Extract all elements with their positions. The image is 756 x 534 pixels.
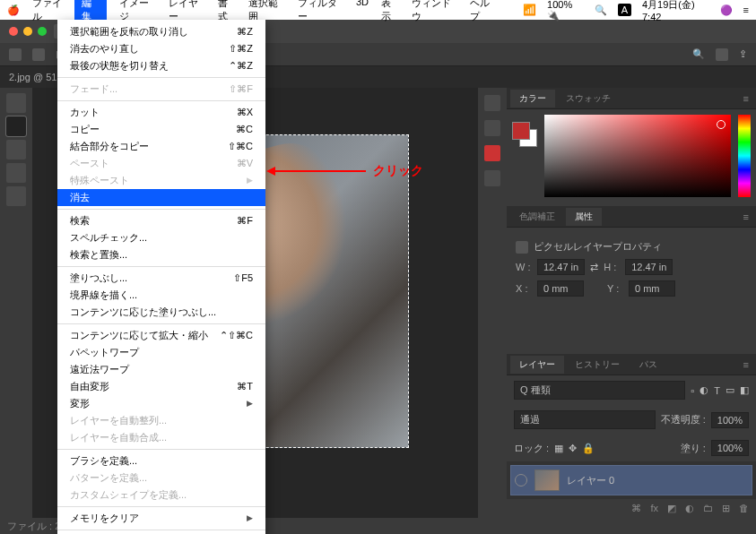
filter-adjust-icon[interactable]: ◐	[700, 384, 708, 396]
menu-item[interactable]: 塗りつぶし...⇧F5	[57, 270, 265, 287]
spotlight-icon[interactable]: 🔍	[595, 4, 607, 16]
color-field[interactable]	[544, 115, 731, 197]
apple-icon[interactable]: 🍎	[7, 4, 20, 16]
tab-swatches[interactable]: スウォッチ	[557, 90, 620, 108]
ime-indicator[interactable]: A	[618, 4, 631, 16]
lasso-tool[interactable]	[6, 116, 26, 136]
menu-item[interactable]: コピー⌘C	[57, 121, 265, 138]
fg-bg-swatch[interactable]	[512, 122, 537, 147]
menu-item[interactable]: 遠近法ワープ	[57, 361, 265, 378]
tool-preset-icon[interactable]	[9, 48, 22, 61]
menu-item[interactable]: 検索⌘F	[57, 212, 265, 229]
tool-4[interactable]	[6, 163, 26, 183]
lock-all-icon[interactable]: 🔒	[582, 443, 595, 454]
share-icon[interactable]: ⇪	[739, 48, 747, 60]
tab-adjustments[interactable]: 色調補正	[510, 208, 564, 226]
opacity-field[interactable]: 100%	[711, 412, 749, 428]
zoom-window-button[interactable]	[38, 27, 47, 36]
wifi-icon[interactable]: 📶	[523, 4, 536, 16]
minimize-window-button[interactable]	[23, 27, 32, 36]
link-wh-icon[interactable]: ⇄	[590, 262, 598, 273]
move-tool[interactable]	[6, 93, 26, 113]
menu-3d[interactable]: 3D	[356, 0, 369, 23]
menu-item[interactable]: 検索と置換...	[57, 246, 265, 263]
menu-item[interactable]: カット⌘X	[57, 104, 265, 121]
notification-center-icon[interactable]: ≡	[743, 4, 749, 15]
tab-layers[interactable]: レイヤー	[510, 356, 564, 374]
menu-フィルター[interactable]: フィルター	[298, 0, 343, 23]
layer-name[interactable]: レイヤー 0	[567, 474, 614, 487]
h-field[interactable]: 12.47 in	[625, 259, 673, 275]
menu-item[interactable]: 最後の状態を切り替え⌃⌘Z	[57, 57, 265, 74]
menu-item[interactable]: 自由変形⌘T	[57, 378, 265, 395]
w-field[interactable]: 12.47 in	[537, 259, 585, 275]
layer-row[interactable]: レイヤー 0	[510, 465, 752, 495]
styles-panel-icon[interactable]	[484, 170, 500, 186]
edit-menu-dropdown[interactable]: 選択範囲を反転の取り消し⌘Z消去のやり直し⇧⌘Z最後の状態を切り替え⌃⌘Zフェー…	[57, 20, 265, 534]
group-icon[interactable]: 🗀	[703, 503, 713, 514]
panel-menu-icon[interactable]: ≡	[736, 211, 756, 222]
tab-properties[interactable]: 属性	[566, 208, 602, 226]
battery-status[interactable]: 100% 🔌	[547, 0, 584, 22]
menu-item[interactable]: 結合部分をコピー⇧⌘C	[57, 138, 265, 155]
filter-type-icon[interactable]: T	[714, 385, 720, 396]
collapsed-panel-strip[interactable]	[478, 88, 507, 518]
tool-5[interactable]	[6, 186, 26, 206]
menu-item[interactable]: ブラシを定義...	[57, 452, 265, 469]
menu-item[interactable]: コンテンツに応じて拡大・縮小⌃⇧⌘C	[57, 327, 265, 344]
crop-tool[interactable]	[6, 140, 26, 159]
menu-item[interactable]: 変形	[57, 395, 265, 412]
y-field[interactable]: 0 mm	[629, 280, 675, 297]
workspace-icon[interactable]	[716, 48, 728, 61]
layer-list[interactable]: レイヤー 0	[507, 461, 756, 499]
fx-icon[interactable]: fx	[650, 503, 658, 514]
mac-menu-bar[interactable]: 🍎 ファイル編集イメージレイヤー書式選択範囲フィルター3D表示ウィンドウヘルプ …	[0, 0, 756, 20]
traffic-lights[interactable]	[9, 27, 47, 36]
panel-menu-icon[interactable]: ≡	[736, 93, 756, 104]
close-window-button[interactable]	[9, 27, 18, 36]
delete-layer-icon[interactable]: 🗑	[739, 503, 749, 514]
properties-panel-tabs[interactable]: 色調補正 属性 ≡	[507, 206, 756, 228]
lock-position-icon[interactable]: ✥	[569, 443, 577, 454]
mask-icon[interactable]: ◩	[667, 503, 676, 514]
color-panel[interactable]	[507, 109, 756, 206]
swatch-panel-icon[interactable]	[484, 145, 500, 161]
menu-表示[interactable]: 表示	[381, 0, 399, 23]
new-layer-icon[interactable]: ⊞	[722, 503, 730, 514]
filter-image-icon[interactable]: ▫	[691, 385, 694, 396]
link-layers-icon[interactable]: ⌘	[631, 503, 641, 514]
lock-pixels-icon[interactable]: ▦	[554, 443, 563, 454]
tab-history[interactable]: ヒストリー	[566, 356, 629, 374]
visibility-toggle-icon[interactable]	[515, 474, 527, 487]
filter-shape-icon[interactable]: ▭	[726, 384, 734, 396]
fg-color-swatch[interactable]	[512, 122, 530, 140]
blend-mode-select[interactable]: 通過	[514, 410, 656, 429]
menu-item[interactable]: パペットワープ	[57, 344, 265, 361]
clone-panel-icon[interactable]	[484, 120, 500, 136]
layers-panel-tabs[interactable]: レイヤー ヒストリー パス ≡	[507, 354, 756, 375]
hue-slider[interactable]	[738, 115, 751, 197]
menu-item[interactable]: 消去	[57, 189, 265, 206]
x-field[interactable]: 0 mm	[537, 280, 584, 297]
siri-icon[interactable]: 🟣	[720, 4, 733, 16]
color-panel-tabs[interactable]: カラー スウォッチ ≡	[507, 88, 756, 109]
tab-color[interactable]: カラー	[510, 90, 555, 108]
menu-item[interactable]: メモリをクリア	[57, 510, 265, 527]
brush-panel-icon[interactable]	[484, 95, 500, 111]
tab-paths[interactable]: パス	[630, 356, 666, 374]
fill-field[interactable]: 100%	[711, 440, 749, 456]
filter-smart-icon[interactable]: ◧	[740, 384, 749, 396]
menu-item[interactable]: スペルチェック...	[57, 229, 265, 246]
menu-item[interactable]: 選択範囲を反転の取り消し⌘Z	[57, 23, 265, 40]
layer-thumbnail[interactable]	[534, 469, 560, 491]
layer-filter-select[interactable]: Q 種類	[514, 381, 685, 400]
tool-palette[interactable]	[0, 88, 32, 518]
menu-ウィンドウ[interactable]: ウィンドウ	[412, 0, 457, 23]
search-icon[interactable]: 🔍	[692, 48, 705, 60]
color-cursor[interactable]	[717, 120, 726, 129]
panel-menu-icon[interactable]: ≡	[736, 359, 756, 370]
menu-ヘルプ[interactable]: ヘルプ	[470, 0, 498, 23]
menu-item[interactable]: コンテンツに応じた塗りつぶし...	[57, 304, 265, 321]
mode-icon[interactable]	[32, 48, 45, 61]
adjustment-icon[interactable]: ◐	[685, 503, 694, 514]
